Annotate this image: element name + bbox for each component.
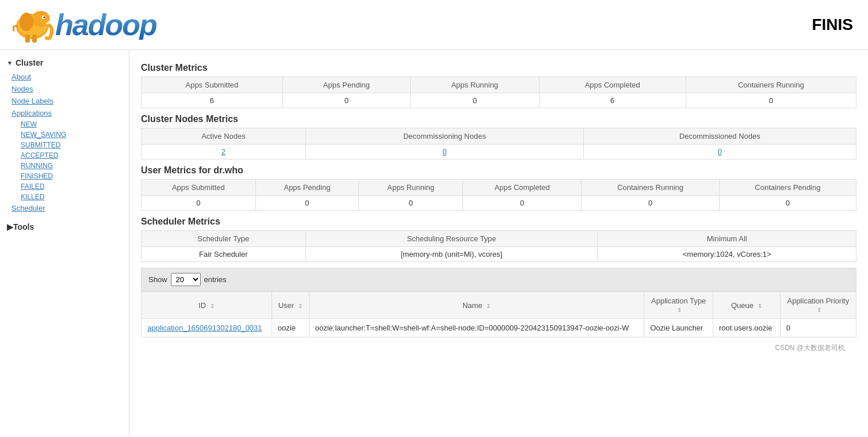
- sidebar-item-new-saving[interactable]: NEW_SAVING: [0, 130, 129, 140]
- cluster-metrics-title: Cluster Metrics: [141, 63, 856, 73]
- sidebar-item-applications[interactable]: Applications: [0, 107, 129, 119]
- row-priority-cell: 0: [780, 319, 856, 337]
- cm-val-0: 6: [142, 93, 283, 108]
- sidebar-item-failed[interactable]: FAILED: [0, 181, 129, 192]
- svg-point-5: [44, 17, 45, 18]
- sm-val-1: [memory-mb (unit=Mi), vcores]: [305, 247, 598, 262]
- active-nodes-link[interactable]: 2: [221, 147, 225, 156]
- tools-arrow-icon: ▶: [7, 222, 13, 231]
- um-header-3: Apps Completed: [463, 180, 582, 196]
- application-id-link[interactable]: application_1650691302180_0031: [147, 324, 262, 332]
- user-metrics-title: User Metrics for dr.who: [141, 165, 856, 176]
- decommissioning-nodes-link[interactable]: 0: [442, 147, 446, 156]
- sidebar-item-nodes[interactable]: Nodes: [0, 83, 129, 95]
- dt-header-id-label: ID: [198, 301, 206, 310]
- priority-sort-icon[interactable]: ⇕: [817, 307, 821, 313]
- layout: ▼ Cluster About Nodes Node Labels Applic…: [0, 50, 868, 435]
- tools-label: Tools: [13, 222, 34, 231]
- scheduler-metrics-table: Scheduler Type Scheduling Resource Type …: [141, 230, 856, 262]
- sidebar-item-new[interactable]: NEW: [0, 119, 129, 130]
- dt-header-user-label: User: [278, 301, 294, 310]
- row-queue-cell: root.users.oozie: [713, 319, 780, 337]
- scheduler-metrics-row: Fair Scheduler [memory-mb (unit=Mi), vco…: [142, 247, 856, 262]
- sidebar: ▼ Cluster About Nodes Node Labels Applic…: [0, 50, 129, 435]
- um-val-2: 0: [359, 196, 463, 211]
- user-metrics-table: Apps Submitted Apps Pending Apps Running…: [141, 179, 856, 211]
- dt-header-user[interactable]: User ⇕: [272, 292, 309, 319]
- sidebar-item-accepted[interactable]: ACCEPTED: [0, 150, 129, 161]
- tools-section-header[interactable]: ▶ Tools: [0, 219, 129, 235]
- sm-header-0: Scheduler Type: [142, 231, 306, 247]
- sidebar-item-about[interactable]: About: [0, 71, 129, 83]
- svg-rect-6: [25, 35, 30, 43]
- cluster-metrics-row: 6 0 0 6 0: [142, 93, 856, 108]
- main-content: Cluster Metrics Apps Submitted Apps Pend…: [129, 50, 868, 435]
- dt-header-app-type-label: Application Type: [650, 297, 706, 305]
- um-val-1: 0: [255, 196, 359, 211]
- header: hadoop FINIS: [0, 0, 868, 50]
- sm-header-2: Minimum All: [598, 231, 856, 247]
- sidebar-item-scheduler[interactable]: Scheduler: [0, 202, 129, 214]
- entries-select[interactable]: 10 20 25 50 100: [171, 273, 201, 286]
- um-val-5: 0: [719, 196, 856, 211]
- dt-header-name[interactable]: Name ⇕: [309, 292, 644, 319]
- cluster-label: Cluster: [16, 58, 43, 67]
- um-val-3: 0: [463, 196, 582, 211]
- cm-header-3: Apps Completed: [539, 77, 686, 93]
- sidebar-item-finished[interactable]: FINISHED: [0, 171, 129, 181]
- dt-header-id[interactable]: ID ⇕: [142, 292, 272, 319]
- id-sort-icon[interactable]: ⇕: [210, 303, 215, 309]
- dt-header-queue[interactable]: Queue ⇕: [713, 292, 780, 319]
- dt-header-name-label: Name: [462, 301, 483, 310]
- show-entries-bar: Show 10 20 25 50 100 entries: [141, 268, 856, 291]
- sidebar-item-running[interactable]: RUNNING: [0, 161, 129, 171]
- app-type-sort-icon[interactable]: ⇕: [677, 307, 682, 313]
- dt-header-app-type[interactable]: Application Type ⇕: [644, 292, 713, 319]
- watermark-text: CSDN @大数据老司机: [775, 344, 845, 352]
- hadoop-elephant-icon: [9, 5, 55, 45]
- header-status: FINIS: [812, 16, 859, 34]
- sidebar-item-submitted[interactable]: SUBMITTED: [0, 140, 129, 150]
- cm-header-2: Apps Running: [410, 77, 539, 93]
- name-sort-icon[interactable]: ⇕: [486, 303, 491, 309]
- cm-val-1: 0: [282, 93, 410, 108]
- row-name-cell: oozie:launcher:T=shell:W=shell-wf:A=shel…: [309, 319, 644, 337]
- cm-header-4: Containers Running: [686, 77, 856, 93]
- svg-point-3: [20, 13, 33, 31]
- cm-header-1: Apps Pending: [282, 77, 410, 93]
- cnm-header-0: Active Nodes: [142, 128, 306, 145]
- decommissioned-nodes-link[interactable]: 0: [718, 147, 722, 156]
- um-header-0: Apps Submitted: [142, 180, 256, 196]
- svg-rect-7: [32, 35, 37, 43]
- show-label: Show: [148, 275, 167, 284]
- um-val-4: 0: [582, 196, 719, 211]
- cnm-header-1: Decommissioning Nodes: [305, 128, 583, 145]
- cm-val-2: 0: [410, 93, 539, 108]
- applications-data-table: ID ⇕ User ⇕ Name ⇕ Application Type ⇕: [141, 291, 856, 337]
- um-header-4: Containers Running: [582, 180, 719, 196]
- cm-val-4: 0: [686, 93, 856, 108]
- um-header-1: Apps Pending: [255, 180, 359, 196]
- cnm-val-1: 0: [305, 145, 583, 159]
- table-row: application_1650691302180_0031 oozie ooz…: [142, 319, 856, 337]
- cnm-val-0: 2: [142, 145, 306, 159]
- hadoop-logo-text: hadoop: [55, 10, 156, 40]
- um-val-0: 0: [142, 196, 256, 211]
- cluster-nodes-metrics-table: Active Nodes Decommissioning Nodes Decom…: [141, 128, 856, 159]
- cluster-section-header[interactable]: ▼ Cluster: [0, 55, 129, 71]
- cm-val-3: 6: [539, 93, 686, 108]
- cluster-nodes-metrics-title: Cluster Nodes Metrics: [141, 114, 856, 124]
- dt-header-priority[interactable]: Application Priority ⇕: [780, 292, 856, 319]
- sidebar-item-node-labels[interactable]: Node Labels: [0, 95, 129, 107]
- cluster-arrow-icon: ▼: [7, 60, 13, 66]
- cm-header-0: Apps Submitted: [142, 77, 283, 93]
- cluster-nodes-metrics-row: 2 0 0: [142, 145, 856, 159]
- um-header-2: Apps Running: [359, 180, 463, 196]
- user-sort-icon[interactable]: ⇕: [298, 303, 303, 309]
- sm-val-0: Fair Scheduler: [142, 247, 306, 262]
- scheduler-metrics-title: Scheduler Metrics: [141, 216, 856, 227]
- queue-sort-icon[interactable]: ⇕: [758, 303, 762, 309]
- sidebar-item-killed[interactable]: KILLED: [0, 192, 129, 202]
- row-id-cell: application_1650691302180_0031: [142, 319, 272, 337]
- logo-area: hadoop: [9, 5, 156, 45]
